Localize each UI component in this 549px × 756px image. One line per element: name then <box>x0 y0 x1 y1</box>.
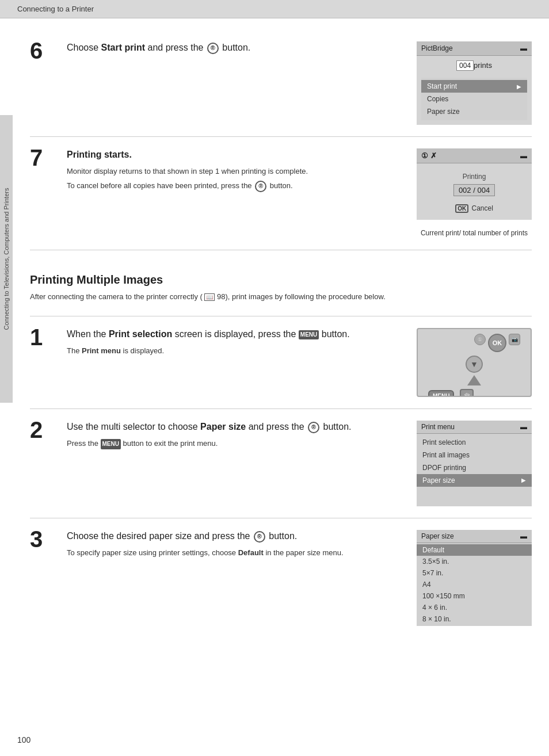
main-content: 6 Choose Start print and press the ® but… <box>13 18 549 655</box>
step-m1-row: 1 When the Print selection screen is dis… <box>30 316 532 409</box>
step-m1-content: When the Print selection screen is displ… <box>67 328 403 360</box>
section-printing-multiple: Printing Multiple Images After connectin… <box>30 250 532 316</box>
pictbridge-body: 004prints Start print ▶ Copies Paper siz… <box>417 56 532 125</box>
step-7-title: Printing starts. <box>67 148 403 161</box>
camera-buttons: ① OK 📷 ▼ MENU 🗑 <box>417 328 532 397</box>
step-m2-number: 2 <box>30 418 53 441</box>
ok-symbol-step2: ® <box>308 422 319 433</box>
menu-spacer <box>417 489 532 506</box>
page-number: 100 <box>17 735 30 744</box>
paper-3x5: 3.5×5 in. <box>417 556 532 567</box>
step-6-content: Choose Start print and press the ® butto… <box>67 41 403 59</box>
nav-cluster: ▼ <box>428 356 520 373</box>
menu-arrow-icon: ▶ <box>517 83 521 90</box>
paper-size-arrow: ▶ <box>521 477 526 483</box>
printing-cancel: OK Cancel <box>421 204 527 213</box>
step-m1-title: When the Print selection screen is displ… <box>67 328 403 341</box>
paper-size-title: Paper size <box>421 532 454 540</box>
print-caption: Current print/ total number of prints <box>421 228 528 238</box>
print-menu-screen: Print menu ▬ Print selection Print all i… <box>417 421 532 506</box>
paper-size-battery: ▬ <box>520 532 527 540</box>
step-m1-number: 1 <box>30 326 53 349</box>
paper-size-screen: Paper size ▬ Default 3.5×5 in. 5×7 in. A… <box>417 530 532 626</box>
nav-down-icon: ▼ <box>466 356 483 373</box>
pictbridge-prints: 004prints <box>421 60 527 71</box>
camera-icon: 📷 <box>509 334 520 345</box>
power-icon: ① <box>474 334 486 345</box>
step-m1-desc: The Print menu is displayed. <box>67 345 403 357</box>
ok-button: OK <box>488 334 506 352</box>
pictbridge-menu: Start print ▶ Copies Paper size <box>421 78 527 120</box>
printing-battery-icon: ▬ <box>520 152 527 160</box>
step-m3-desc: To specify paper size using printer sett… <box>67 547 403 559</box>
page-header: Connecting to a Printer <box>0 0 549 18</box>
printing-header: ① ✗ ▬ <box>417 148 532 163</box>
step-m3-number: 3 <box>30 528 53 551</box>
cam-btn-area: ① OK 📷 ▼ MENU 🗑 <box>428 334 520 391</box>
step-7-image-container: ① ✗ ▬ Printing 002 / 004 OK Cancel Curre… <box>417 148 532 238</box>
step-m2-image: Print menu ▬ Print selection Print all i… <box>417 421 532 506</box>
printing-body: Printing 002 / 004 OK Cancel <box>417 163 532 220</box>
step-6-title: Choose Start print and press the ® butto… <box>67 41 403 54</box>
header-title: Connecting to a Printer <box>17 5 94 13</box>
section-heading: Printing Multiple Images <box>30 273 532 287</box>
prints-label: prints <box>474 61 492 70</box>
menu-copies: Copies <box>421 93 527 105</box>
step-7-desc2: To cancel before all copies have been pr… <box>67 180 403 192</box>
ok-symbol-step7: ® <box>255 181 266 192</box>
paper-size-item: Paper size ▶ <box>417 474 532 487</box>
step-7-row: 7 Printing starts. Monitor display retur… <box>30 137 532 250</box>
prints-number: 004 <box>456 60 474 71</box>
section-intro: After connecting the camera to the print… <box>30 291 532 303</box>
printing-label: Printing <box>421 173 527 181</box>
trash-button: 🗑 <box>460 389 474 397</box>
paper-default: Default <box>417 544 532 556</box>
print-all-images-item: Print all images <box>417 449 532 461</box>
step-m1-image: ① OK 📷 ▼ MENU 🗑 <box>417 328 532 397</box>
paper-a4: A4 <box>417 579 532 590</box>
manual-icon: 📖 <box>204 293 215 301</box>
step-7-number: 7 <box>30 146 53 169</box>
step-m3-content: Choose the desired paper size and press … <box>67 530 403 562</box>
ok-cancel-icon: OK <box>455 204 468 213</box>
paper-list: Default 3.5×5 in. 5×7 in. A4 100 ×150 mm… <box>417 543 532 626</box>
pictbridge-battery-icon: ▬ <box>520 44 527 52</box>
pictbridge-screen: PictBridge ▬ 004prints Start print ▶ Cop… <box>417 41 532 125</box>
up-arrow-icon <box>467 375 481 385</box>
paper-5x7: 5×7 in. <box>417 567 532 579</box>
step-m3-image: Paper size ▬ Default 3.5×5 in. 5×7 in. A… <box>417 530 532 626</box>
top-icons-row: ① OK 📷 <box>428 334 520 352</box>
ok-symbol-step6: ® <box>207 43 219 54</box>
print-menu-battery: ▬ <box>520 423 527 431</box>
step-m2-title: Use the multi selector to choose Paper s… <box>67 421 403 433</box>
step-m2-content: Use the multi selector to choose Paper s… <box>67 421 403 452</box>
printing-screen: ① ✗ ▬ Printing 002 / 004 OK Cancel <box>417 148 532 220</box>
menu-start-print: Start print ▶ <box>421 80 527 93</box>
step-m2-row: 2 Use the multi selector to choose Paper… <box>30 409 532 518</box>
arrow-indicator <box>428 375 520 385</box>
menu-paper-size-pb: Paper size <box>421 105 527 118</box>
menu-sym-s1: MENU <box>299 330 319 339</box>
step-6-number: 6 <box>30 39 53 62</box>
paper-8x10: 8 × 10 in. <box>417 613 532 625</box>
ok-symbol-step3: ® <box>254 531 265 543</box>
printing-icons: ① ✗ <box>421 151 437 160</box>
step-7-desc1: Monitor display returns to that shown in… <box>67 166 403 178</box>
pictbridge-title: PictBridge <box>421 44 453 52</box>
step-m3-title: Choose the desired paper size and press … <box>67 530 403 543</box>
paper-4x6: 4 × 6 in. <box>417 602 532 613</box>
dpof-printing-item: DPOF printing <box>417 461 532 474</box>
step-6-image: PictBridge ▬ 004prints Start print ▶ Cop… <box>417 41 532 125</box>
step-7-content: Printing starts. Monitor display returns… <box>67 148 403 194</box>
print-menu-list: Print selection Print all images DPOF pr… <box>417 434 532 489</box>
step-m2-desc: Press the MENU button to exit the print … <box>67 438 403 450</box>
step-m3-row: 3 Choose the desired paper size and pres… <box>30 518 532 637</box>
paper-100x150: 100 ×150 mm <box>417 590 532 602</box>
step-6-row: 6 Choose Start print and press the ® but… <box>30 30 532 137</box>
menu-button: MENU <box>428 390 454 397</box>
printing-counter: 002 / 004 <box>453 184 495 196</box>
menu-sym-s2: MENU <box>101 439 121 449</box>
side-label: Connecting to Televisions, Computers and… <box>0 115 13 403</box>
bottom-buttons-row: MENU 🗑 <box>428 389 520 397</box>
print-menu-title: Print menu <box>421 423 455 431</box>
